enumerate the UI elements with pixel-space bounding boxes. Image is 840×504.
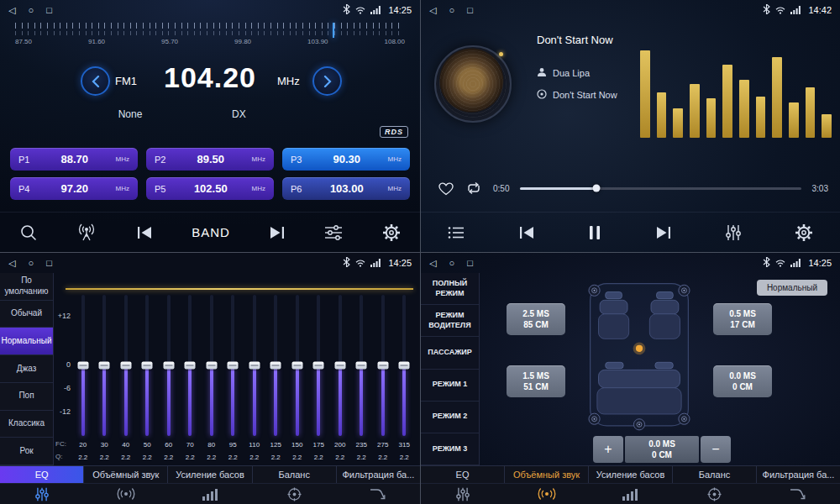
seek-up-button[interactable] bbox=[312, 66, 342, 96]
nav-back-icon[interactable]: ◁ bbox=[429, 259, 436, 268]
eq-slider-track[interactable] bbox=[317, 295, 320, 436]
surround-tab-icon[interactable] bbox=[84, 484, 168, 504]
eq-slider-track[interactable] bbox=[231, 295, 234, 436]
eq-slider-track[interactable] bbox=[188, 295, 192, 436]
eq-preset-item[interactable]: Рок bbox=[0, 438, 53, 465]
surround-mode-item[interactable]: РЕЖИМ 2 bbox=[421, 402, 479, 433]
tab-eq[interactable]: EQ bbox=[421, 466, 505, 483]
nav-home-icon[interactable]: ○ bbox=[449, 259, 454, 268]
eq-slider-handle[interactable] bbox=[163, 362, 174, 370]
eq-slider-track[interactable] bbox=[102, 295, 106, 436]
scan-button[interactable] bbox=[19, 223, 38, 242]
nav-recent-icon[interactable]: □ bbox=[46, 259, 52, 268]
eq-slider-handle[interactable] bbox=[399, 362, 410, 370]
eq-slider-track[interactable] bbox=[360, 295, 363, 436]
eq-preset-item[interactable]: Классика bbox=[0, 411, 53, 438]
nav-back-icon[interactable]: ◁ bbox=[8, 259, 15, 268]
eq-tab-icon[interactable] bbox=[421, 484, 505, 504]
surround-mode-item[interactable]: РЕЖИМ ВОДИТЕЛЯ bbox=[421, 305, 479, 337]
progress-handle[interactable] bbox=[592, 185, 600, 192]
eq-slider-handle[interactable] bbox=[334, 362, 345, 370]
eq-slider-handle[interactable] bbox=[377, 362, 388, 370]
delay-front-left[interactable]: 2.5 MS 85 CM bbox=[507, 303, 565, 335]
eq-slider-handle[interactable] bbox=[228, 362, 239, 370]
tab-balance[interactable]: Баланс bbox=[673, 466, 757, 483]
pause-button[interactable] bbox=[589, 225, 601, 240]
eq-slider-handle[interactable] bbox=[291, 362, 302, 370]
nav-back-icon[interactable]: ◁ bbox=[8, 6, 15, 15]
eq-slider-track[interactable] bbox=[253, 295, 256, 436]
nav-back-icon[interactable]: ◁ bbox=[429, 6, 436, 15]
tab-bass-boost[interactable]: Усиление басов bbox=[168, 466, 252, 483]
tab-bass-boost[interactable]: Усиление басов bbox=[589, 466, 673, 483]
surround-mode-item[interactable]: РЕЖИМ 3 bbox=[421, 433, 479, 465]
settings-button[interactable] bbox=[795, 223, 813, 242]
preamp-slider[interactable] bbox=[66, 288, 413, 290]
settings-button[interactable] bbox=[382, 223, 401, 242]
eq-slider-handle[interactable] bbox=[270, 362, 281, 370]
eq-slider-track[interactable] bbox=[381, 295, 385, 436]
surround-tab-icon[interactable] bbox=[505, 484, 589, 504]
filter-tab-icon[interactable] bbox=[756, 484, 840, 504]
eq-slider-track[interactable] bbox=[274, 295, 277, 436]
repeat-button[interactable] bbox=[465, 181, 482, 195]
bass-boost-tab-icon[interactable] bbox=[589, 484, 673, 504]
eq-slider-handle[interactable] bbox=[142, 362, 153, 370]
tab-surround[interactable]: Объёмный звук bbox=[84, 466, 168, 483]
eq-slider-handle[interactable] bbox=[313, 362, 324, 370]
surround-mode-item[interactable]: РЕЖИМ 1 bbox=[421, 370, 479, 402]
filter-tab-icon[interactable] bbox=[336, 484, 420, 504]
delay-increase-button[interactable]: + bbox=[593, 436, 623, 463]
eq-slider-track[interactable] bbox=[145, 295, 149, 436]
surround-preset-button[interactable]: Нормальный bbox=[757, 280, 827, 296]
nav-home-icon[interactable]: ○ bbox=[449, 6, 454, 15]
eq-slider-handle[interactable] bbox=[249, 362, 260, 370]
radio-preset[interactable]: P3 90.30 MHz bbox=[282, 148, 410, 171]
balance-tab-icon[interactable] bbox=[252, 484, 336, 504]
delay-rear-left[interactable]: 1.5 MS 51 CM bbox=[507, 365, 565, 397]
aps-button[interactable] bbox=[76, 223, 97, 242]
tab-filter[interactable]: Фильтрация ба... bbox=[337, 466, 420, 483]
tab-surround[interactable]: Объёмный звук bbox=[505, 466, 589, 483]
surround-mode-item[interactable]: ПАССАЖИР bbox=[421, 337, 479, 369]
eq-slider-track[interactable] bbox=[339, 295, 342, 436]
nav-home-icon[interactable]: ○ bbox=[28, 259, 34, 268]
radio-preset[interactable]: P5 102.50 MHz bbox=[146, 177, 274, 200]
radio-preset[interactable]: P6 103.00 MHz bbox=[282, 177, 410, 200]
nav-recent-icon[interactable]: □ bbox=[467, 259, 473, 268]
queue-button[interactable] bbox=[448, 226, 465, 239]
radio-preset[interactable]: P2 89.50 MHz bbox=[146, 148, 274, 171]
tab-filter[interactable]: Фильтрация ба... bbox=[757, 466, 840, 483]
eq-slider-track[interactable] bbox=[296, 295, 299, 436]
eq-slider-handle[interactable] bbox=[356, 362, 367, 370]
band-button[interactable]: BAND bbox=[192, 225, 230, 239]
eq-shortcut-button[interactable] bbox=[324, 225, 343, 240]
delay-front-right[interactable]: 0.5 MS 17 CM bbox=[713, 303, 772, 335]
nav-recent-icon[interactable]: □ bbox=[467, 6, 473, 15]
surround-mode-item[interactable]: ПОЛНЫЙ РЕЖИМ bbox=[421, 273, 479, 305]
eq-slider-track[interactable] bbox=[167, 295, 171, 436]
next-station-button[interactable] bbox=[269, 226, 286, 239]
eq-slider-handle[interactable] bbox=[185, 362, 196, 370]
delay-decrease-button[interactable]: − bbox=[701, 436, 731, 463]
eq-preset-item[interactable]: Нормальный bbox=[0, 328, 53, 355]
bass-boost-tab-icon[interactable] bbox=[168, 484, 252, 504]
nav-recent-icon[interactable]: □ bbox=[46, 6, 52, 15]
prev-station-button[interactable] bbox=[136, 226, 153, 239]
progress-bar[interactable] bbox=[520, 187, 801, 190]
eq-slider-handle[interactable] bbox=[206, 362, 217, 370]
favorite-button[interactable] bbox=[438, 181, 454, 196]
eq-slider-track[interactable] bbox=[402, 295, 406, 436]
tab-eq[interactable]: EQ bbox=[0, 466, 84, 483]
next-track-button[interactable] bbox=[655, 226, 672, 239]
balance-tab-icon[interactable] bbox=[672, 484, 756, 504]
eq-preset-item[interactable]: По умолчанию bbox=[0, 273, 53, 301]
eq-slider-handle[interactable] bbox=[120, 362, 131, 370]
tab-balance[interactable]: Баланс bbox=[253, 466, 337, 483]
eq-slider-track[interactable] bbox=[124, 295, 128, 436]
eq-preset-item[interactable]: Обычай bbox=[0, 301, 53, 328]
eq-slider-track[interactable] bbox=[210, 295, 213, 436]
eq-preset-item[interactable]: Джаз bbox=[0, 355, 53, 383]
eq-tab-icon[interactable] bbox=[0, 484, 84, 504]
radio-preset[interactable]: P1 88.70 MHz bbox=[10, 148, 138, 171]
